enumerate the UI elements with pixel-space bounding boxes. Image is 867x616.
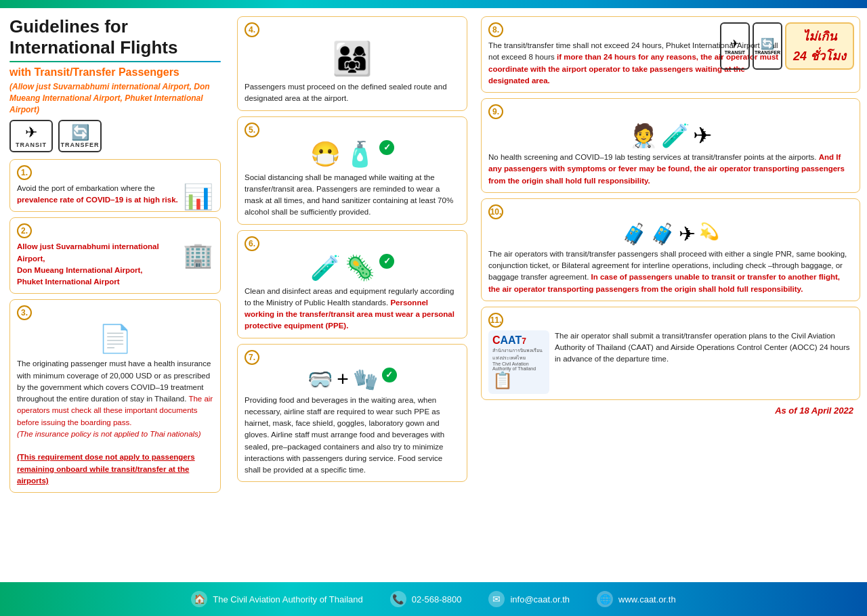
item5-icon2: 🧴: [345, 140, 375, 169]
item-card-3: 3. 📄 The originating passenger must have…: [9, 299, 221, 493]
not-exceed-text: ไม่เกิน: [793, 26, 846, 46]
item6-text: Clean and disinfect areas and equipment …: [245, 286, 460, 332]
item1-red-text: prevalence rate of COVID–19 is at high r…: [17, 196, 178, 204]
item11-caat-tagline: สำนักงานการบินพลเรือนแห่งประเทศไทยThe Ci…: [492, 347, 545, 371]
item3-red-text1: The air operators must check all these i…: [17, 395, 213, 426]
item4-icon: 👨‍👩‍👧: [332, 40, 373, 78]
item8-transit-badge: ✈ TRANSIT: [720, 22, 750, 70]
item-number-3: 3.: [17, 305, 32, 320]
top-bar: [0, 0, 867, 8]
footer-phone-icon: 📞: [390, 591, 406, 607]
item3-bold-underline-text: (This requirement dose not apply to pass…: [17, 453, 195, 485]
item10-icon1: 🧳: [622, 222, 647, 246]
item11-inner: CAAT7 สำนักงานการบินพลเรือนแห่งประเทศไทย…: [488, 330, 853, 394]
item-number-9: 9.: [488, 104, 503, 119]
item6-red-text: Personnel working in the transfer/transi…: [245, 299, 454, 330]
item9-red-text: And If any passengers with symptoms or f…: [488, 153, 845, 185]
item-card-11: 11. CAAT7 สำนักงานการบินพลเรือนแห่งประเท…: [481, 307, 860, 400]
page-title: Guidelines for International Flights: [9, 16, 221, 58]
subtitle-note: (Allow just Suvarnabhumi international A…: [9, 81, 221, 115]
item7-text: Providing food and beverages in the wait…: [245, 395, 460, 477]
item10-icon2: 🧳: [650, 222, 675, 246]
item-card-4: 4. 👨‍👩‍👧 Passengers must proceed on the …: [237, 16, 467, 111]
transit-plane-icon: ✈: [25, 124, 37, 141]
item-card-10: 10. 🧳 🧳 ✈ 💫 The air operators with trans…: [481, 198, 860, 301]
item-card-1: 1. 📊 Avoid the port of embarkation where…: [9, 159, 221, 213]
item10-icons-row: 🧳 🧳 ✈ 💫: [488, 222, 853, 246]
transit-label: TRANSIT: [16, 141, 47, 148]
item-number-1: 1.: [17, 165, 32, 180]
subtitle: with Transit/Transfer Passengers: [9, 66, 221, 79]
transit-badge: ✈ TRANSIT: [9, 120, 53, 152]
item6-icon1: 🧪: [310, 254, 341, 282]
footer-web: 🌐 www.caat.or.th: [597, 591, 676, 607]
footer-org-text: The Civil Aviation Authority of Thailand: [213, 594, 362, 604]
item-number-5: 5.: [245, 123, 259, 137]
item10-text: The air operators with transit/transfer …: [488, 248, 853, 295]
item-card-9: 9. 🧑‍⚕️ 🧪 ✈ No health screening and COVI…: [481, 98, 860, 193]
item-number-11: 11.: [488, 313, 503, 328]
item-card-7: 7. 🥽 + 🧤 ✓ Providing food and beverages …: [237, 344, 467, 483]
item8-transfer-icon: 🔄: [761, 37, 774, 50]
item3-text: The originating passenger must have a he…: [17, 358, 213, 487]
item11-doc-icon: 📋: [492, 371, 513, 389]
item7-icon3: 🧤: [353, 368, 378, 391]
item-number-10: 10.: [488, 204, 503, 219]
transfer-badge: 🔄 TRANSFER: [58, 120, 102, 152]
item7-icon1: 🥽: [308, 368, 333, 391]
transfer-label: TRANSFER: [61, 141, 100, 148]
footer-web-icon: 🌐: [597, 591, 613, 607]
footer-email-text: info@caat.or.th: [510, 594, 570, 604]
item8-transfer-label: TRANSFER: [755, 50, 780, 55]
item11-text: The air operator shall submit a transit/…: [555, 330, 853, 366]
footer-home-icon: 🏠: [191, 591, 207, 607]
item10-icon3: ✈: [679, 222, 696, 246]
left-column: Guidelines for International Flights wit…: [0, 8, 230, 582]
item8-transit-icon: ✈: [730, 37, 739, 50]
item-number-4: 4.: [245, 22, 259, 37]
item11-caat-logo: CAAT7: [492, 334, 545, 347]
item5-icon1: 😷: [310, 140, 341, 169]
item-card-2: 2. 🏢 Allow just Suvarnabhumi internation…: [9, 217, 221, 294]
item9-icons-row: 🧑‍⚕️ 🧪 ✈: [488, 122, 853, 149]
item-card-5: 5. 😷 🧴 ✓ Social distancing shall be mana…: [237, 116, 467, 225]
item11-caat-box: CAAT7 สำนักงานการบินพลเรือนแห่งประเทศไทย…: [488, 330, 549, 394]
hours-text: 24 ชั่วโมง: [793, 46, 846, 66]
footer-phone-text: 02-568-8800: [412, 594, 462, 604]
item9-icon2: 🧪: [661, 122, 690, 149]
item-card-6: 6. 🧪 🦠 ✓ Clean and disinfect areas and e…: [237, 230, 467, 338]
item4-text: Passengers must proceed on the defined s…: [245, 81, 460, 105]
footer-web-text: www.caat.or.th: [618, 594, 676, 604]
item11-header: 11.: [488, 313, 853, 328]
item7-check-icon: ✓: [382, 368, 397, 382]
item-number-2: 2.: [17, 223, 32, 238]
item7-icon2: +: [337, 368, 349, 391]
item5-text: Social distancing shall be managed while…: [245, 172, 460, 219]
item-card-8: ✈ TRANSIT 🔄 TRANSFER ไม่เกิน 24 ชั่วโมง …: [481, 16, 860, 93]
item8-transit-label: TRANSIT: [725, 50, 745, 55]
item8-transfer-badge: 🔄 TRANSFER: [753, 22, 782, 70]
item10-header: 10.: [488, 204, 853, 219]
item9-text: No health screening and COVID–19 lab tes…: [488, 152, 853, 187]
item6-check-icon: ✓: [379, 254, 394, 269]
item10-icon4: 💫: [699, 222, 719, 246]
item9-icon1: 🧑‍⚕️: [629, 122, 658, 149]
item5-check-icon: ✓: [379, 140, 394, 155]
item10-red-text: In case of passengers unable to transit …: [488, 273, 840, 292]
item3-italic-text: (The insurance policy is not applied to …: [17, 430, 201, 438]
footer-email: ✉ info@caat.or.th: [488, 591, 570, 607]
item-number-8: 8.: [488, 22, 503, 37]
transit-icons-row: ✈ TRANSIT 🔄 TRANSFER: [9, 120, 221, 152]
item1-icon: 📊: [183, 183, 213, 211]
footer-org: 🏠 The Civil Aviation Authority of Thaila…: [191, 591, 362, 607]
item-number-7: 7.: [245, 350, 259, 365]
as-of-date: As of 18 April 2022: [481, 405, 860, 416]
footer-email-icon: ✉: [488, 591, 505, 607]
item9-icon3: ✈: [693, 122, 712, 149]
footer-bar: 🏠 The Civil Aviation Authority of Thaila…: [0, 582, 867, 616]
transfer-plane-icon: 🔄: [71, 124, 89, 141]
item6-icon2: 🦠: [345, 254, 375, 282]
item2-icon: 🏢: [183, 241, 213, 269]
middle-column: 4. 👨‍👩‍👧 Passengers must proceed on the …: [230, 8, 474, 582]
item-number-6: 6.: [245, 236, 259, 251]
